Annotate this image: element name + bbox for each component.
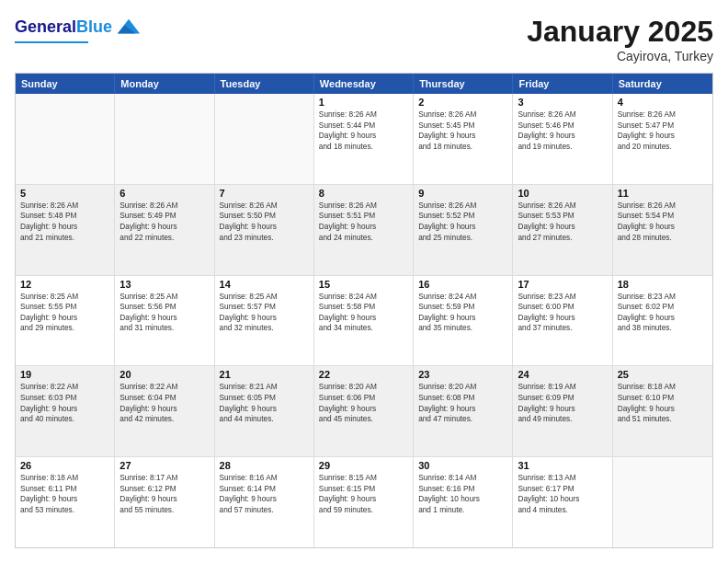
day-number: 21 <box>220 369 309 380</box>
cell-info: Sunrise: 8:26 AM Sunset: 5:44 PM Dayligh… <box>319 109 408 152</box>
cell-info: Sunrise: 8:26 AM Sunset: 5:51 PM Dayligh… <box>319 201 408 243</box>
cell-info: Sunrise: 8:16 AM Sunset: 6:14 PM Dayligh… <box>220 473 309 515</box>
day-number: 24 <box>518 369 607 380</box>
day-number: 11 <box>618 188 708 199</box>
cal-cell-4-6: 24Sunrise: 8:19 AM Sunset: 6:09 PM Dayli… <box>513 366 612 456</box>
day-number: 28 <box>220 460 309 471</box>
cal-cell-5-2: 27Sunrise: 8:17 AM Sunset: 6:12 PM Dayli… <box>115 457 214 547</box>
cell-info: Sunrise: 8:24 AM Sunset: 5:58 PM Dayligh… <box>319 292 408 334</box>
cal-cell-3-4: 15Sunrise: 8:24 AM Sunset: 5:58 PM Dayli… <box>314 276 414 366</box>
day-number: 18 <box>618 279 708 290</box>
cal-cell-5-5: 30Sunrise: 8:14 AM Sunset: 6:16 PM Dayli… <box>414 457 513 547</box>
cell-info: Sunrise: 8:17 AM Sunset: 6:12 PM Dayligh… <box>119 473 209 515</box>
day-number: 16 <box>418 279 507 290</box>
cell-info: Sunrise: 8:14 AM Sunset: 6:16 PM Dayligh… <box>418 473 507 515</box>
cal-cell-3-3: 14Sunrise: 8:25 AM Sunset: 5:57 PM Dayli… <box>215 276 314 366</box>
cal-cell-4-4: 22Sunrise: 8:20 AM Sunset: 6:06 PM Dayli… <box>314 366 414 456</box>
logo-text: GeneralBlue <box>15 18 112 37</box>
cell-info: Sunrise: 8:15 AM Sunset: 6:15 PM Dayligh… <box>319 473 408 515</box>
day-number: 8 <box>319 188 408 199</box>
weekday-tuesday: Tuesday <box>215 74 314 94</box>
cal-cell-5-6: 31Sunrise: 8:13 AM Sunset: 6:17 PM Dayli… <box>513 457 612 547</box>
cell-info: Sunrise: 8:26 AM Sunset: 5:49 PM Dayligh… <box>119 201 209 243</box>
day-number: 7 <box>220 188 309 199</box>
cal-cell-5-7 <box>613 457 712 547</box>
cell-info: Sunrise: 8:20 AM Sunset: 6:06 PM Dayligh… <box>319 382 408 424</box>
cell-info: Sunrise: 8:25 AM Sunset: 5:56 PM Dayligh… <box>119 292 209 334</box>
cal-cell-1-6: 3Sunrise: 8:26 AM Sunset: 5:46 PM Daylig… <box>513 94 612 184</box>
weekday-thursday: Thursday <box>414 74 513 94</box>
cal-row-5: 26Sunrise: 8:18 AM Sunset: 6:11 PM Dayli… <box>16 457 712 547</box>
cal-cell-3-6: 17Sunrise: 8:23 AM Sunset: 6:00 PM Dayli… <box>513 276 612 366</box>
cal-cell-4-1: 19Sunrise: 8:22 AM Sunset: 6:03 PM Dayli… <box>16 366 115 456</box>
cell-info: Sunrise: 8:25 AM Sunset: 5:55 PM Dayligh… <box>20 292 109 334</box>
day-number: 29 <box>319 460 408 471</box>
calendar-body: 1Sunrise: 8:26 AM Sunset: 5:44 PM Daylig… <box>16 94 712 547</box>
cal-cell-5-1: 26Sunrise: 8:18 AM Sunset: 6:11 PM Dayli… <box>16 457 115 547</box>
weekday-sunday: Sunday <box>16 74 115 94</box>
cal-cell-3-5: 16Sunrise: 8:24 AM Sunset: 5:59 PM Dayli… <box>414 276 513 366</box>
cell-info: Sunrise: 8:26 AM Sunset: 5:53 PM Dayligh… <box>518 201 607 243</box>
cal-cell-2-7: 11Sunrise: 8:26 AM Sunset: 5:54 PM Dayli… <box>613 185 712 275</box>
cal-cell-4-5: 23Sunrise: 8:20 AM Sunset: 6:08 PM Dayli… <box>414 366 513 456</box>
cell-info: Sunrise: 8:26 AM Sunset: 5:47 PM Dayligh… <box>618 109 708 152</box>
cell-info: Sunrise: 8:23 AM Sunset: 6:00 PM Dayligh… <box>518 292 607 334</box>
weekday-saturday: Saturday <box>613 74 712 94</box>
cal-cell-2-3: 7Sunrise: 8:26 AM Sunset: 5:50 PM Daylig… <box>215 185 314 275</box>
day-number: 23 <box>418 369 507 380</box>
cal-row-1: 1Sunrise: 8:26 AM Sunset: 5:44 PM Daylig… <box>16 94 712 185</box>
cal-cell-1-5: 2Sunrise: 8:26 AM Sunset: 5:45 PM Daylig… <box>414 94 513 184</box>
header: GeneralBlue January 2025 Cayirova, Turke… <box>15 15 713 63</box>
cal-cell-2-5: 9Sunrise: 8:26 AM Sunset: 5:52 PM Daylig… <box>414 185 513 275</box>
cell-info: Sunrise: 8:23 AM Sunset: 6:02 PM Dayligh… <box>618 292 708 334</box>
day-number: 6 <box>119 188 209 199</box>
cell-info: Sunrise: 8:20 AM Sunset: 6:08 PM Dayligh… <box>418 382 507 424</box>
cal-cell-1-1 <box>16 94 115 184</box>
day-number: 9 <box>418 188 507 199</box>
calendar-header: Sunday Monday Tuesday Wednesday Thursday… <box>16 74 712 94</box>
weekday-monday: Monday <box>115 74 214 94</box>
day-number: 19 <box>20 369 109 380</box>
day-number: 10 <box>518 188 607 199</box>
cal-row-2: 5Sunrise: 8:26 AM Sunset: 5:48 PM Daylig… <box>16 185 712 276</box>
cal-cell-1-7: 4Sunrise: 8:26 AM Sunset: 5:47 PM Daylig… <box>613 94 712 184</box>
cell-info: Sunrise: 8:18 AM Sunset: 6:10 PM Dayligh… <box>618 382 708 424</box>
month-title: January 2025 <box>527 15 713 49</box>
day-number: 31 <box>518 460 607 471</box>
cell-info: Sunrise: 8:26 AM Sunset: 5:50 PM Dayligh… <box>220 201 309 243</box>
day-number: 27 <box>119 460 209 471</box>
day-number: 12 <box>20 279 109 290</box>
day-number: 2 <box>418 97 507 108</box>
day-number: 1 <box>319 97 408 108</box>
cal-cell-1-4: 1Sunrise: 8:26 AM Sunset: 5:44 PM Daylig… <box>314 94 414 184</box>
cell-info: Sunrise: 8:26 AM Sunset: 5:45 PM Dayligh… <box>418 109 507 152</box>
cal-cell-5-4: 29Sunrise: 8:15 AM Sunset: 6:15 PM Dayli… <box>314 457 414 547</box>
cal-cell-2-4: 8Sunrise: 8:26 AM Sunset: 5:51 PM Daylig… <box>314 185 414 275</box>
cell-info: Sunrise: 8:26 AM Sunset: 5:52 PM Dayligh… <box>418 201 507 243</box>
cal-row-4: 19Sunrise: 8:22 AM Sunset: 6:03 PM Dayli… <box>16 366 712 457</box>
logo: GeneralBlue <box>15 15 142 43</box>
cell-info: Sunrise: 8:26 AM Sunset: 5:46 PM Dayligh… <box>518 109 607 152</box>
day-number: 17 <box>518 279 607 290</box>
cell-info: Sunrise: 8:19 AM Sunset: 6:09 PM Dayligh… <box>518 382 607 424</box>
cell-info: Sunrise: 8:13 AM Sunset: 6:17 PM Dayligh… <box>518 473 607 515</box>
cell-info: Sunrise: 8:26 AM Sunset: 5:54 PM Dayligh… <box>618 201 708 243</box>
day-number: 5 <box>20 188 109 199</box>
weekday-wednesday: Wednesday <box>314 74 414 94</box>
cell-info: Sunrise: 8:21 AM Sunset: 6:05 PM Dayligh… <box>220 382 309 424</box>
cal-cell-2-2: 6Sunrise: 8:26 AM Sunset: 5:49 PM Daylig… <box>115 185 214 275</box>
day-number: 30 <box>418 460 507 471</box>
cell-info: Sunrise: 8:24 AM Sunset: 5:59 PM Dayligh… <box>418 292 507 334</box>
cell-info: Sunrise: 8:22 AM Sunset: 6:04 PM Dayligh… <box>119 382 209 424</box>
cal-cell-4-7: 25Sunrise: 8:18 AM Sunset: 6:10 PM Dayli… <box>613 366 712 456</box>
cal-cell-2-6: 10Sunrise: 8:26 AM Sunset: 5:53 PM Dayli… <box>513 185 612 275</box>
cell-info: Sunrise: 8:18 AM Sunset: 6:11 PM Dayligh… <box>20 473 109 515</box>
day-number: 22 <box>319 369 408 380</box>
title-block: January 2025 Cayirova, Turkey <box>527 15 713 63</box>
cal-cell-2-1: 5Sunrise: 8:26 AM Sunset: 5:48 PM Daylig… <box>16 185 115 275</box>
cal-cell-4-3: 21Sunrise: 8:21 AM Sunset: 6:05 PM Dayli… <box>215 366 314 456</box>
day-number: 25 <box>618 369 708 380</box>
day-number: 15 <box>319 279 408 290</box>
day-number: 14 <box>220 279 309 290</box>
page: GeneralBlue January 2025 Cayirova, Turke… <box>0 0 728 563</box>
